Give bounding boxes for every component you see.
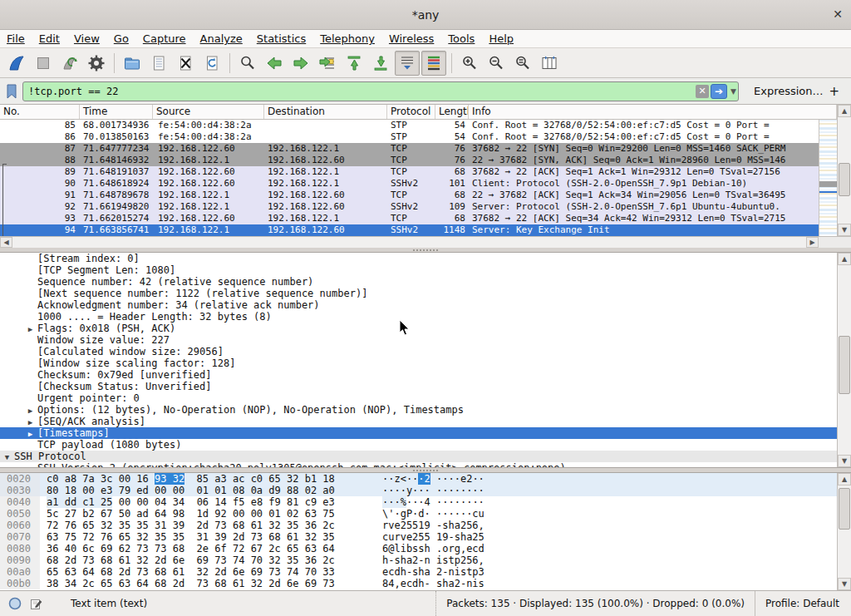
display-filter-input[interactable]: !tcp.port == 22 ✕ ➔ ▼ xyxy=(22,81,739,101)
detail-vscroll-thumb[interactable] xyxy=(839,336,850,394)
menu-tools[interactable]: Tools xyxy=(448,32,475,45)
hex-row-0060[interactable]: 006072 76 65 32 35 35 31 39 2d 73 68 61 … xyxy=(0,520,851,531)
detail-field[interactable]: ▶Flags: 0x018 (PSH, ACK) xyxy=(0,323,851,334)
open-file-button[interactable] xyxy=(120,51,145,76)
display-filter-value[interactable]: !tcp.port == 22 xyxy=(28,86,696,97)
expression-button[interactable]: Expression… xyxy=(754,85,824,97)
hex-row-00a0[interactable]: 00a065 63 64 68 2d 73 68 61 32 2d 6e 69 … xyxy=(0,566,851,578)
detail-field[interactable]: [Next sequence number: 1122 (relative se… xyxy=(0,288,851,299)
status-profile[interactable]: Profile: Default xyxy=(755,591,851,616)
expander-closed-icon[interactable]: ▶ xyxy=(23,323,37,335)
scroll-left-icon[interactable]: ◀ xyxy=(0,237,12,248)
detail-field[interactable]: Checksum: 0x79ed [unverified] xyxy=(0,369,851,381)
restart-capture-button[interactable] xyxy=(57,51,82,76)
close-icon[interactable]: ✕ xyxy=(833,7,843,21)
packet-row-85[interactable]: 8568.001734936fe:54:00:d4:38:2aSTP54Conf… xyxy=(0,120,819,131)
reload-file-button[interactable] xyxy=(199,51,224,76)
detail-field[interactable]: [TCP Segment Len: 1080] xyxy=(0,264,851,276)
capture-comment-button[interactable] xyxy=(30,598,42,610)
column-header-no[interactable]: No. xyxy=(0,105,80,119)
hex-row-0040[interactable]: 0040a1 dd c1 25 00 00 04 34 06 14 f5 e8 … xyxy=(0,496,851,508)
save-file-button[interactable] xyxy=(146,51,171,76)
packet-list-vscroll-thumb[interactable] xyxy=(839,163,850,196)
hex-row-0050[interactable]: 00505c 27 b2 67 50 ad 64 98 1d 92 00 00 … xyxy=(0,508,851,520)
hex-row-0030[interactable]: 003080 18 00 e3 79 ed 00 00 01 01 08 0a … xyxy=(0,485,851,496)
menu-file[interactable]: File xyxy=(7,32,25,45)
detail-field[interactable]: Acknowledgment number: 34 (relative ack … xyxy=(0,299,851,311)
detail-field[interactable]: Window size value: 227 xyxy=(0,334,851,346)
hex-row-0080[interactable]: 008036 40 6c 69 62 73 73 68 2e 6f 72 67 … xyxy=(0,543,851,554)
zoom-original-button[interactable] xyxy=(510,51,535,76)
packet-list-vscrollbar[interactable]: ▲ ▼ xyxy=(837,105,851,236)
go-back-button[interactable] xyxy=(262,51,287,76)
detail-vscrollbar[interactable]: ▲ ▼ xyxy=(837,253,851,467)
hex-row-0090[interactable]: 009068 2d 73 68 61 32 2d 6e 69 73 74 70 … xyxy=(0,554,851,566)
zoom-out-button[interactable] xyxy=(484,51,509,76)
bytes-vscrollbar[interactable]: ▲ ▼ xyxy=(837,473,851,590)
colorize-packets-button[interactable] xyxy=(421,51,446,76)
packet-row-88[interactable]: 8871.648146932192.168.122.1192.168.122.6… xyxy=(0,155,819,166)
detail-field[interactable]: [Checksum Status: Unverified] xyxy=(0,381,851,392)
go-forward-button[interactable] xyxy=(288,51,313,76)
menu-wireless[interactable]: Wireless xyxy=(389,32,434,45)
add-filter-button[interactable]: + xyxy=(829,84,839,99)
scroll-down-icon[interactable]: ▼ xyxy=(838,455,851,467)
menu-view[interactable]: View xyxy=(74,32,100,45)
menu-help[interactable]: Help xyxy=(489,32,514,45)
menu-statistics[interactable]: Statistics xyxy=(257,32,306,45)
packet-row-90[interactable]: 9071.648618924192.168.122.60192.168.122.… xyxy=(0,178,819,190)
detail-field[interactable]: [Calculated window size: 29056] xyxy=(0,346,851,357)
detail-field[interactable]: Urgent pointer: 0 xyxy=(0,392,851,404)
filter-bookmark-button[interactable] xyxy=(2,81,21,101)
find-packet-button[interactable] xyxy=(235,51,260,76)
scroll-up-icon[interactable]: ▲ xyxy=(838,473,851,485)
column-header-time[interactable]: Time xyxy=(80,105,153,119)
expander-open-icon[interactable]: ▼ xyxy=(0,451,14,463)
packet-row-91[interactable]: 9171.648789678192.168.122.1192.168.122.6… xyxy=(0,190,819,201)
scroll-down-icon[interactable]: ▼ xyxy=(838,224,851,236)
packet-row-87[interactable]: 8771.647777234192.168.122.60192.168.122.… xyxy=(0,143,819,155)
go-last-button[interactable] xyxy=(368,51,393,76)
menu-analyze[interactable]: Analyze xyxy=(200,32,243,45)
scroll-right-icon[interactable]: ▶ xyxy=(806,237,819,248)
packet-row-94[interactable]: 9471.663856741192.168.122.1192.168.122.6… xyxy=(0,224,819,236)
expander-closed-icon[interactable]: ▶ xyxy=(23,428,37,440)
detail-field[interactable]: 1000 .... = Header Length: 32 bytes (8) xyxy=(0,311,851,323)
expander-closed-icon[interactable]: ▶ xyxy=(23,405,37,416)
detail-field[interactable]: ▶Options: (12 bytes), No-Operation (NOP)… xyxy=(0,404,851,416)
hex-row-0070[interactable]: 007063 75 72 76 65 32 35 35 31 39 2d 73 … xyxy=(0,531,851,543)
packet-row-89[interactable]: 8971.648191037192.168.122.60192.168.122.… xyxy=(0,166,819,178)
expert-info-button[interactable] xyxy=(8,597,22,610)
detail-field[interactable]: ▶[Timestamps] xyxy=(0,427,851,439)
expander-closed-icon[interactable]: ▶ xyxy=(23,416,37,428)
hex-row-0020[interactable]: 0020c0 a8 7a 3c 00 16 93 32 85 a3 ac c0 … xyxy=(0,473,851,485)
filter-history-dropdown-icon[interactable]: ▼ xyxy=(730,87,736,96)
packet-list-header[interactable]: No.TimeSourceDestinationProtocolLengthIn… xyxy=(0,105,837,120)
detail-field[interactable]: Sequence number: 42 (relative sequence n… xyxy=(0,276,851,288)
scroll-down-icon[interactable]: ▼ xyxy=(838,578,851,590)
detail-field[interactable]: ▼SSH Protocol xyxy=(0,451,851,462)
capture-options-button[interactable] xyxy=(84,51,109,76)
packet-row-93[interactable]: 9371.662015274192.168.122.60192.168.122.… xyxy=(0,213,819,224)
bytes-vscroll-thumb[interactable] xyxy=(839,488,850,530)
detail-field[interactable]: ▶SSH Version 2 (encryption:chacha20-poly… xyxy=(0,462,851,468)
column-header-length[interactable]: Length xyxy=(435,105,469,119)
menu-go[interactable]: Go xyxy=(114,32,129,45)
stop-capture-button[interactable] xyxy=(31,51,56,76)
zoom-in-button[interactable] xyxy=(457,51,482,76)
packet-list-hscrollbar[interactable]: ◀ ▶ xyxy=(0,236,819,248)
column-header-protocol[interactable]: Protocol xyxy=(387,105,435,119)
go-to-packet-button[interactable] xyxy=(315,51,340,76)
menu-capture[interactable]: Capture xyxy=(143,32,186,45)
menu-edit[interactable]: Edit xyxy=(39,32,60,45)
close-file-button[interactable] xyxy=(173,51,198,76)
column-header-source[interactable]: Source xyxy=(153,105,264,119)
detail-field[interactable]: [Window size scaling factor: 128] xyxy=(0,357,851,369)
detail-field[interactable]: ▶[SEQ/ACK analysis] xyxy=(0,416,851,427)
start-capture-button[interactable] xyxy=(4,51,29,76)
column-header-info[interactable]: Info xyxy=(469,105,837,119)
detail-field[interactable]: TCP payload (1080 bytes) xyxy=(0,439,851,451)
detail-field[interactable]: [Stream index: 0] xyxy=(0,253,851,264)
menu-telephony[interactable]: Telephony xyxy=(320,32,375,45)
packet-row-92[interactable]: 9271.661949820192.168.122.1192.168.122.6… xyxy=(0,201,819,213)
